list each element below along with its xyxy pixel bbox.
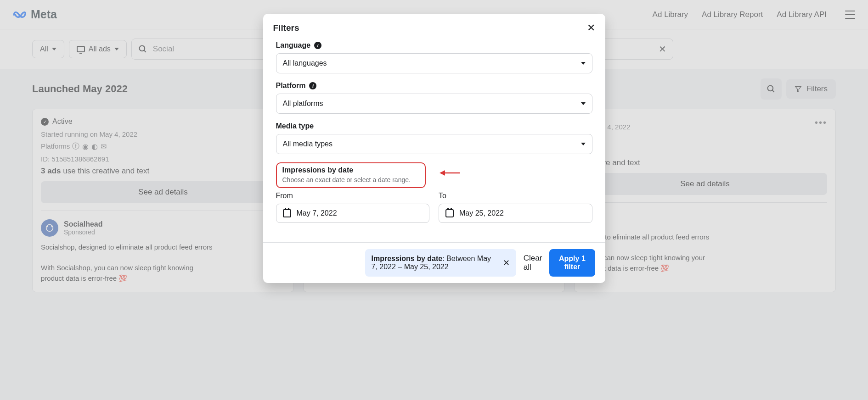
filters-modal: Filters ✕ Languagei All languages Platfo… — [263, 14, 605, 283]
modal-title: Filters — [273, 23, 299, 33]
apply-filter-button[interactable]: Apply 1 filter — [549, 249, 595, 277]
modal-body: Languagei All languages Platformi All pl… — [263, 38, 605, 242]
chevron-down-icon — [581, 143, 586, 145]
from-label: From — [276, 192, 430, 200]
close-icon[interactable]: ✕ — [587, 22, 595, 34]
language-value: All languages — [283, 59, 327, 67]
to-col: To May 25, 2022 — [439, 192, 592, 223]
chip-close-icon[interactable]: ✕ — [503, 258, 510, 268]
impressions-group: Impressions by date Choose an exact date… — [276, 162, 592, 223]
modal-overlay: Filters ✕ Languagei All languages Platfo… — [0, 0, 868, 292]
to-label: To — [439, 192, 592, 200]
language-label: Language — [276, 41, 311, 50]
to-value: May 25, 2022 — [459, 209, 504, 217]
from-col: From May 7, 2022 — [276, 192, 430, 223]
platform-label: Platform — [276, 82, 306, 90]
language-group: Languagei All languages — [276, 41, 592, 73]
calendar-icon — [283, 209, 291, 217]
language-select[interactable]: All languages — [276, 53, 592, 73]
arrow-annotation — [440, 168, 460, 178]
platform-group: Platformi All platforms — [276, 82, 592, 114]
platform-value: All platforms — [283, 100, 323, 108]
modal-footer: Impressions by date: Between May 7, 2022… — [263, 242, 605, 283]
media-value: All media types — [283, 140, 333, 148]
impressions-sublabel: Choose an exact date or select a date ra… — [282, 176, 419, 183]
highlight-annotation: Impressions by date Choose an exact date… — [276, 162, 426, 188]
platform-select[interactable]: All platforms — [276, 94, 592, 114]
from-value: May 7, 2022 — [297, 209, 337, 217]
info-icon[interactable]: i — [309, 82, 316, 89]
media-label: Media type — [276, 122, 314, 130]
applied-filter-chip: Impressions by date: Between May 7, 2022… — [365, 249, 516, 277]
info-icon[interactable]: i — [314, 42, 321, 49]
media-select[interactable]: All media types — [276, 134, 592, 154]
clear-all-button[interactable]: Clear all — [524, 254, 542, 272]
chevron-down-icon — [581, 62, 586, 65]
from-date-input[interactable]: May 7, 2022 — [276, 204, 430, 223]
calendar-icon — [445, 209, 454, 217]
media-group: Media type All media types — [276, 122, 592, 154]
impressions-label: Impressions by date — [282, 166, 354, 174]
chevron-down-icon — [581, 102, 586, 105]
date-row: From May 7, 2022 To May 25, 2022 — [276, 192, 592, 223]
to-date-input[interactable]: May 25, 2022 — [439, 204, 592, 223]
modal-header: Filters ✕ — [263, 14, 605, 38]
